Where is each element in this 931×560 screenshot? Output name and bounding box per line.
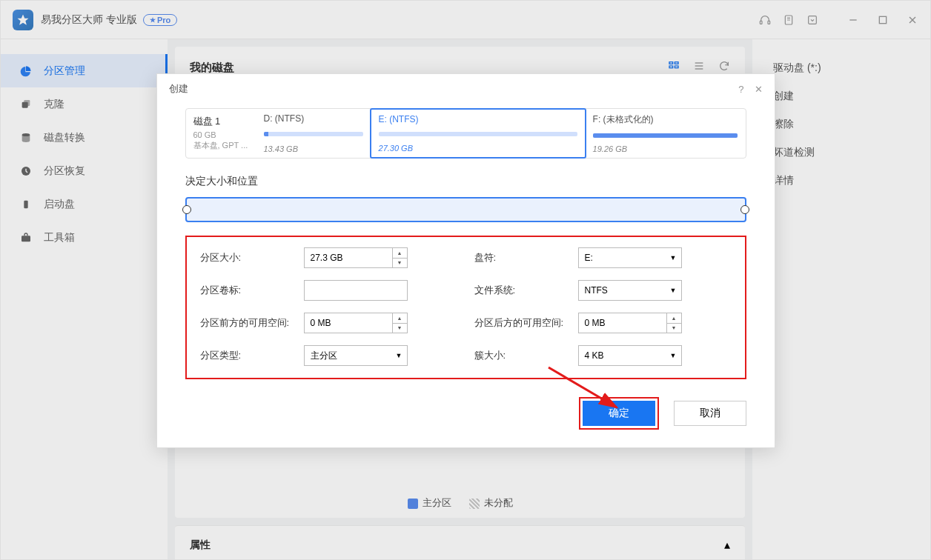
ptype-select[interactable]: 主分区▼ (304, 345, 408, 366)
modal-title: 创建 (169, 82, 188, 96)
disk-name: 磁盘 1 (193, 115, 249, 128)
slider-handle-left[interactable] (182, 205, 191, 214)
spinner-down-icon[interactable]: ▼ (393, 324, 407, 333)
volume-label: 分区卷标: (200, 284, 304, 297)
form-highlight-box: 分区大小: 27.3 GB▲▼ 盘符: E:▼ 分区卷标: 文件系统: NTFS… (185, 236, 746, 379)
create-partition-modal: 创建 ? ✕ 磁盘 1 60 GB 基本盘, GPT ... D: (NTFS) (156, 73, 775, 448)
spinner-down-icon[interactable]: ▼ (393, 259, 407, 268)
slider-handle-right[interactable] (741, 205, 749, 214)
size-input[interactable]: 27.3 GB▲▼ (304, 247, 408, 268)
disk-info: 磁盘 1 60 GB 基本盘, GPT ... (186, 109, 256, 158)
disk-type: 基本盘, GPT ... (193, 140, 249, 150)
drive-label: 盘符: (474, 251, 578, 264)
spinner-up-icon[interactable]: ▲ (393, 248, 407, 259)
drive-select[interactable]: E:▼ (578, 247, 682, 268)
disk-overview: 磁盘 1 60 GB 基本盘, GPT ... D: (NTFS) 13.43 … (185, 108, 746, 159)
spinner-down-icon[interactable]: ▼ (667, 324, 681, 333)
close-icon[interactable]: ✕ (755, 84, 763, 95)
before-space-input[interactable]: 0 MB▲▼ (304, 313, 408, 333)
partition-e[interactable]: E: (NTFS) 27.30 GB (370, 108, 586, 159)
cancel-button[interactable]: 取消 (674, 401, 746, 426)
before-space-label: 分区前方的可用空间: (200, 316, 304, 330)
spinner-up-icon[interactable]: ▲ (667, 313, 681, 324)
volume-input[interactable] (304, 280, 408, 301)
spinner-up-icon[interactable]: ▲ (393, 313, 407, 324)
size-position-title: 决定大小和位置 (185, 175, 746, 188)
svg-line-22 (549, 367, 617, 407)
partition-f[interactable]: F: (未格式化的) 19.26 GB (586, 109, 746, 158)
partition-d[interactable]: D: (NTFS) 13.43 GB (256, 109, 371, 158)
disk-capacity: 60 GB (193, 130, 249, 140)
modal-overlay: 创建 ? ✕ 磁盘 1 60 GB 基本盘, GPT ... D: (NTFS) (1, 1, 930, 559)
help-icon[interactable]: ? (738, 84, 743, 95)
cluster-label: 簇大小: (474, 349, 578, 362)
size-slider[interactable] (185, 197, 746, 222)
after-space-label: 分区后方的可用空间: (474, 316, 578, 330)
after-space-input[interactable]: 0 MB▲▼ (578, 313, 682, 333)
ptype-label: 分区类型: (200, 349, 304, 362)
fs-label: 文件系统: (474, 284, 578, 297)
fs-select[interactable]: NTFS▼ (578, 280, 682, 301)
size-label: 分区大小: (200, 251, 304, 264)
annotation-arrow (543, 361, 632, 421)
